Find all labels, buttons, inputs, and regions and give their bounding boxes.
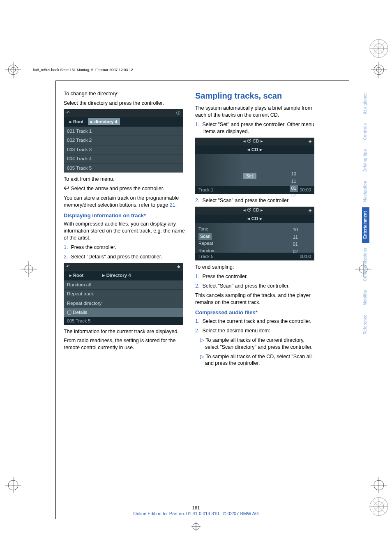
registration-mark	[371, 62, 387, 78]
tab-driving-tips[interactable]: Driving tips	[362, 145, 369, 176]
registration-mark	[5, 62, 21, 78]
menu-item: Tone	[198, 226, 216, 233]
text: You can store a certain track on the pro…	[64, 195, 187, 209]
diamond-icon: ◆	[177, 264, 180, 269]
menu-item: Random	[198, 247, 216, 255]
text: To end sampling:	[195, 264, 318, 271]
sidebar-tabs: At a glance Controls Driving tips Naviga…	[362, 88, 369, 339]
list-number: 11	[293, 234, 298, 241]
screenshot-scan-menu: ◂ ⦿ CD ▸ ◈ ◂ CD ▸ Tone Scan Repeat Rando…	[195, 207, 314, 260]
menu-item-selected: Scan	[198, 233, 212, 240]
step: 2. Select "Scan" and press the controlle…	[195, 197, 318, 204]
tab-at-a-glance[interactable]: At a glance	[362, 88, 369, 118]
tab-navigation[interactable]: Navigation	[362, 177, 369, 206]
footer-time: 00:00	[300, 253, 311, 260]
text: The system automatically plays a brief s…	[195, 105, 318, 119]
screenshot-set-menu: ◂ ⦿ CD ▸ ◈ ◂ CD ▸ Set 10 11 01 02 Track …	[195, 138, 314, 194]
page-xref[interactable]: 21	[170, 202, 175, 208]
sub-label: ◂ CD ▸	[247, 147, 262, 152]
bullet: ▷ To sample all tracks of the CD, select…	[195, 353, 318, 367]
text: To change the directory:	[64, 90, 187, 97]
footer-time: 00:00	[300, 187, 311, 193]
track-row: 005 Track 5	[64, 164, 183, 173]
registration-mark	[5, 477, 21, 493]
header-line: ba8_m5us.book Seite 161 Montag, 5. Febru…	[33, 68, 133, 72]
page-footer: 161 Online Edition for Part no. 01 41 0 …	[0, 505, 392, 516]
sub-label: ◂ CD ▸	[247, 216, 262, 221]
right-column: Sampling tracks, scan The system automat…	[195, 90, 318, 369]
breadcrumb-dir: ▸ directory 4	[88, 118, 120, 125]
info-icon: ⓘ	[176, 110, 180, 116]
set-button: Set	[243, 173, 256, 179]
step: 1. Select "Set" and press the controller…	[195, 121, 318, 135]
menu-item: Repeat	[198, 240, 216, 247]
registration-mark	[21, 261, 37, 277]
footer-track: 005 Track 5	[67, 318, 90, 324]
text: The information for the current track ar…	[64, 328, 187, 335]
list-number: 01	[293, 241, 298, 248]
track-row: 001 Track 1	[64, 127, 183, 136]
tab-controls[interactable]: Controls	[362, 119, 369, 144]
list-number: 10	[290, 170, 298, 178]
tab-communications[interactable]: Communications	[362, 244, 369, 285]
edition-line: Online Edition for Part no. 01 41 0 013 …	[133, 511, 258, 516]
menu-item-selected: ▢ Details	[64, 308, 183, 317]
list-number: 11	[290, 178, 298, 185]
tab-entertainment[interactable]: Entertainment	[362, 207, 369, 243]
back-icon: ↶	[66, 264, 69, 269]
list-number: 02	[293, 248, 298, 256]
top-label: ◂ ⦿ CD ▸	[243, 207, 263, 213]
text: Select the arrow and press the controlle…	[64, 185, 187, 192]
step: 2. Select "Scan" and press the controlle…	[195, 283, 318, 290]
back-arrow-icon	[64, 185, 69, 192]
section-title: Sampling tracks, scan	[195, 90, 318, 101]
breadcrumb-root: ▸ Root	[67, 118, 86, 125]
tab-mobility[interactable]: Mobility	[362, 286, 369, 310]
tab-reference[interactable]: Reference	[362, 311, 369, 339]
menu-item: Random all	[64, 280, 183, 290]
menu-item: Repeat directory	[64, 299, 183, 308]
footer-track: Track 1	[198, 187, 213, 193]
track-row: 003 Track 3	[64, 145, 183, 154]
list-number: 02	[290, 192, 298, 200]
text: Select the directory and press the contr…	[64, 100, 187, 107]
step: 2. Select the desired menu item:	[195, 327, 318, 334]
left-column: To change the directory: Select the dire…	[64, 90, 187, 369]
section-heading: Displaying information on track*	[64, 212, 187, 219]
text: This cancels sampling of the tracks, and…	[195, 292, 318, 306]
track-row: 004 Track 4	[64, 154, 183, 164]
menu-item: Repeat track	[64, 289, 183, 299]
back-icon: ↶	[66, 110, 69, 116]
top-label: ◂ ⦿ CD ▸	[243, 138, 263, 144]
step: 1. Press the controller.	[64, 244, 187, 251]
text: From radio readiness, the setting is sto…	[64, 337, 187, 351]
registration-mark	[371, 477, 387, 493]
breadcrumb-root: ▸ Root	[67, 272, 86, 279]
bullet: ▷ To sample all tracks of the current di…	[195, 337, 318, 351]
registration-mark	[368, 38, 390, 59]
screenshot-directory-list: ↶ ⓘ ▸ Root ▸ directory 4 001 Track 1 002…	[64, 109, 183, 173]
step: 2. Select "Details" and press the contro…	[64, 253, 187, 260]
text: To exit from the menu:	[64, 176, 187, 183]
page-number: 161	[0, 505, 392, 510]
text: With compressed audio files, you can dis…	[64, 221, 187, 242]
breadcrumb-dir: ▸ Directory 4	[102, 273, 131, 278]
track-row: 002 Track 2	[64, 136, 183, 145]
list-number: 01	[290, 185, 298, 192]
diamond-icon: ◈	[309, 138, 312, 144]
registration-mark	[191, 522, 201, 531]
step: 1. Press the controller.	[195, 273, 318, 280]
diamond-icon: ◈	[309, 207, 312, 213]
screenshot-details-menu: ↶ ◆ ▸ Root ▸ Directory 4 Random all Repe…	[64, 263, 183, 325]
section-heading: Compressed audio files*	[195, 309, 318, 316]
step: 1. Select the current track and press th…	[195, 318, 318, 325]
list-number: 10	[293, 226, 298, 234]
